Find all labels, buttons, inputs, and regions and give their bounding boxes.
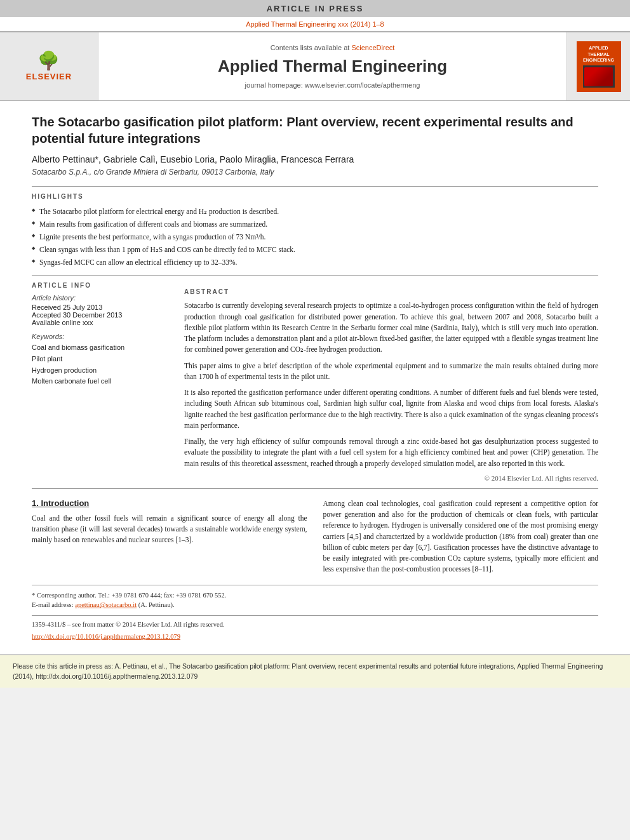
main-content: The Sotacarbo gasification pilot platfor… (0, 101, 630, 654)
introduction-section: 1. Introduction Coal and the other fossi… (32, 498, 598, 575)
highlight-item: Syngas-fed MCFC can allow an electrical … (32, 256, 598, 269)
citation-box: Please cite this article in press as: A.… (0, 654, 630, 688)
affiliation: Sotacarbo S.p.A., c/o Grande Miniera di … (32, 168, 598, 177)
abstract-label: ABSTRACT (184, 288, 598, 295)
elsevier-tree-icon: 🌳 (37, 52, 60, 70)
intro-right-col: Among clean coal technologies, coal gasi… (323, 498, 599, 575)
issn-text: 1359-4311/$ – see front matter © 2014 El… (32, 620, 598, 630)
highlights-section: HIGHLIGHTS The Sotacarbo pilot platform … (32, 193, 598, 269)
sciencedirect-text: Contents lists available at ScienceDirec… (271, 44, 395, 51)
article-history: Article history: Received 25 July 2013 A… (32, 294, 171, 326)
intro-left-text: Coal and the other fossil fuels will rem… (32, 513, 307, 546)
introduction-columns: 1. Introduction Coal and the other fossi… (32, 498, 598, 575)
sciencedirect-link[interactable]: ScienceDirect (351, 44, 394, 51)
keyword-item: Molten carbonate fuel cell (32, 376, 171, 387)
article-info: ARTICLE INFO Article history: Received 2… (32, 282, 171, 482)
copyright: © 2014 Elsevier Ltd. All rights reserved… (184, 474, 598, 482)
keyword-item: Coal and biomass gasification (32, 342, 171, 354)
received-date: Received 25 July 2013 (32, 303, 171, 311)
footnote-area: * Corresponding author. Tel.: +39 0781 6… (32, 585, 598, 641)
journal-title: Applied Thermal Engineering (218, 57, 447, 76)
journal-logo-box: APPLIEDTHERMALENGINEERING (577, 41, 621, 92)
abstract-p4: Finally, the very high efficiency of sul… (184, 436, 598, 469)
abstract-p3: It is also reported the gasification per… (184, 387, 598, 431)
keyword-item: Hydrogen production (32, 365, 171, 377)
journal-homepage: journal homepage: www.elsevier.com/locat… (245, 81, 420, 89)
keyword-item: Pilot plant (32, 354, 171, 365)
elsevier-logo-area: 🌳 ELSEVIER (0, 32, 98, 100)
intro-left-col: 1. Introduction Coal and the other fossi… (32, 498, 307, 575)
doi-link[interactable]: http://dx.doi.org/10.1016/j.applthermale… (32, 633, 180, 640)
journal-logo-right: APPLIEDTHERMALENGINEERING (566, 32, 630, 100)
divider-2 (32, 275, 598, 276)
elsevier-label: ELSEVIER (26, 72, 72, 81)
highlight-item: Lignite presents the best performance, w… (32, 230, 598, 243)
highlights-list: The Sotacarbo pilot platform for electri… (32, 205, 598, 269)
abstract-p1: Sotacarbo is currently developing severa… (184, 300, 598, 355)
keywords-block: Keywords: Coal and biomass gasification … (32, 333, 171, 387)
divider-3 (32, 488, 598, 489)
footnote-corresponding: * Corresponding author. Tel.: +39 0781 6… (32, 590, 598, 601)
divider-1 (32, 186, 598, 187)
article-title: The Sotacarbo gasification pilot platfor… (32, 114, 598, 147)
highlight-item: Clean syngas with less than 1 ppm of H₂S… (32, 243, 598, 256)
abstract-p2: This paper aims to give a brief descript… (184, 361, 598, 383)
keywords-list: Coal and biomass gasification Pilot plan… (32, 342, 171, 387)
highlight-item: The Sotacarbo pilot platform for electri… (32, 205, 598, 218)
accepted-date: Accepted 30 December 2013 (32, 311, 171, 319)
aip-banner: ARTICLE IN PRESS (0, 0, 630, 17)
highlights-label: HIGHLIGHTS (32, 193, 598, 200)
journal-center: Contents lists available at ScienceDirec… (98, 32, 566, 100)
intro-right-text: Among clean coal technologies, coal gasi… (323, 498, 599, 575)
citation-line: Applied Thermal Engineering xxx (2014) 1… (0, 17, 630, 31)
abstract-section: ABSTRACT Sotacarbo is currently developi… (184, 282, 598, 482)
available-date: Available online xxx (32, 319, 171, 326)
article-info-label: ARTICLE INFO (32, 282, 171, 289)
highlight-item: Main results from gasification of differ… (32, 218, 598, 230)
journal-header: 🌳 ELSEVIER Contents lists available at S… (0, 31, 630, 101)
info-abstract-section: ARTICLE INFO Article history: Received 2… (32, 282, 598, 482)
authors: Alberto Pettinau*, Gabriele Calì, Eusebi… (32, 154, 598, 164)
intro-heading: 1. Introduction (32, 498, 307, 508)
footnote-email: E-mail address: apettinau@sotacarbo.it (… (32, 600, 598, 610)
footnote-email-link[interactable]: apettinau@sotacarbo.it (75, 601, 137, 608)
